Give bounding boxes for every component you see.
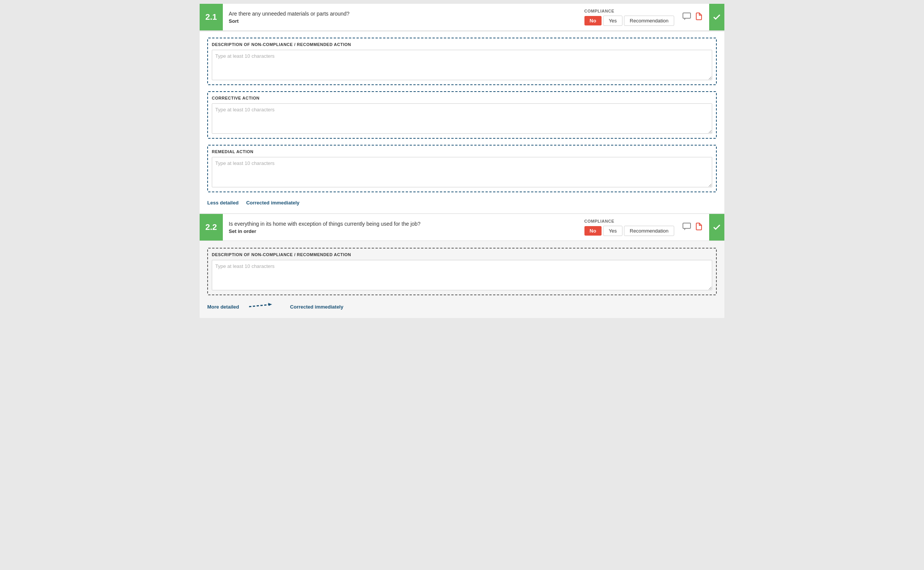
field-block-description-2-2: DESCRIPTION OF NON-COMPLIANCE / RECOMMEN… bbox=[207, 248, 717, 295]
section-number-2-2: 2.2 bbox=[200, 214, 223, 241]
svg-marker-3 bbox=[268, 303, 272, 306]
field-block-remedial-2-1: REMEDIAL ACTION bbox=[207, 145, 717, 192]
section-question-2-2: Is everything in its home with exception… bbox=[229, 221, 572, 227]
svg-line-2 bbox=[249, 304, 272, 307]
btn-recommendation-2-2[interactable]: Recommendation bbox=[624, 226, 674, 236]
btn-yes-2-2[interactable]: Yes bbox=[603, 226, 622, 236]
field-block-description-2-1: DESCRIPTION OF NON-COMPLIANCE / RECOMMEN… bbox=[207, 38, 717, 85]
field-textarea-corrective-2-1[interactable] bbox=[212, 103, 712, 134]
btn-recommendation-2-1[interactable]: Recommendation bbox=[624, 16, 674, 26]
field-textarea-description-2-1[interactable] bbox=[212, 50, 712, 80]
check-icon-2-1[interactable] bbox=[709, 4, 724, 30]
comment-icon-2-1[interactable] bbox=[682, 12, 692, 23]
more-detailed-wrapper: More detailed bbox=[207, 304, 241, 310]
check-icon-2-2[interactable] bbox=[709, 214, 724, 241]
field-label-remedial-2-1: REMEDIAL ACTION bbox=[212, 149, 712, 154]
field-textarea-description-2-2[interactable] bbox=[212, 260, 712, 290]
section-subtitle-2-2: Set in order bbox=[229, 228, 572, 234]
svg-rect-0 bbox=[683, 13, 691, 18]
compliance-label-2-2: COMPLIANCE bbox=[584, 219, 614, 223]
field-label-description-2-2: DESCRIPTION OF NON-COMPLIANCE / RECOMMEN… bbox=[212, 252, 712, 257]
compliance-label-2-1: COMPLIANCE bbox=[584, 9, 614, 13]
corrected-immediately-link-2-2[interactable]: Corrected immediately bbox=[290, 304, 343, 310]
field-textarea-remedial-2-1[interactable] bbox=[212, 157, 712, 187]
dashed-arrow-decoration bbox=[249, 303, 279, 310]
btn-yes-2-1[interactable]: Yes bbox=[603, 16, 622, 26]
field-label-description-2-1: DESCRIPTION OF NON-COMPLIANCE / RECOMMEN… bbox=[212, 42, 712, 47]
section-expanded-2-2: DESCRIPTION OF NON-COMPLIANCE / RECOMMEN… bbox=[200, 242, 724, 318]
field-block-corrective-2-1: CORRECTIVE ACTION bbox=[207, 91, 717, 139]
less-detailed-link-2-1[interactable]: Less detailed bbox=[207, 200, 238, 206]
action-links-2-2: More detailed Corrected immediately bbox=[207, 301, 717, 310]
more-detailed-link-2-2[interactable]: More detailed bbox=[207, 304, 239, 310]
attachment-icon-2-2[interactable] bbox=[695, 222, 703, 233]
section-subtitle-2-1: Sort bbox=[229, 18, 572, 24]
section-question-2-1: Are there any unneeded materials or part… bbox=[229, 11, 572, 17]
action-links-2-1: Less detailed Corrected immediately bbox=[207, 198, 717, 206]
field-label-corrective-2-1: CORRECTIVE ACTION bbox=[212, 96, 712, 100]
comment-icon-2-2[interactable] bbox=[682, 222, 692, 233]
btn-no-2-1[interactable]: No bbox=[584, 16, 602, 25]
corrected-immediately-link-2-1[interactable]: Corrected immediately bbox=[246, 200, 299, 206]
attachment-icon-2-1[interactable] bbox=[695, 11, 703, 23]
btn-no-2-2[interactable]: No bbox=[584, 226, 602, 236]
section-expanded-2-1: DESCRIPTION OF NON-COMPLIANCE / RECOMMEN… bbox=[200, 32, 724, 213]
section-number-2-1: 2.1 bbox=[200, 4, 223, 30]
svg-rect-1 bbox=[683, 223, 691, 228]
